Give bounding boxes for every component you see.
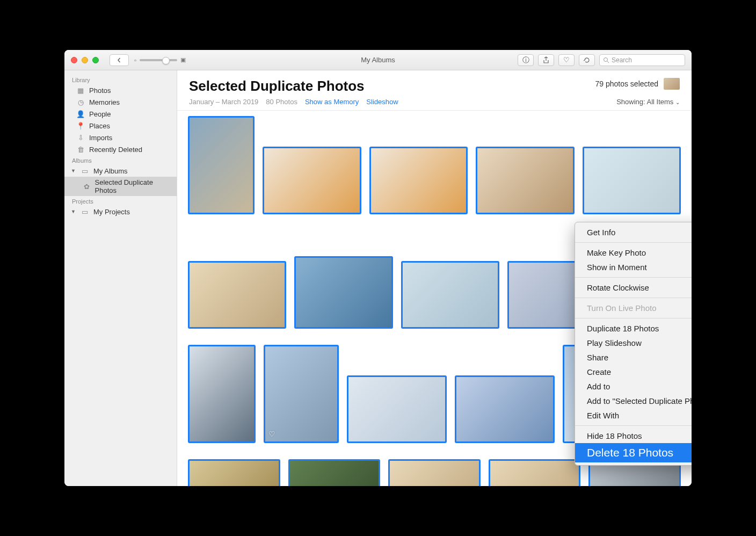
- date-range: January – March 2019: [189, 98, 258, 106]
- photo-thumbnail[interactable]: [388, 459, 481, 486]
- heart-icon: ♡: [268, 430, 275, 438]
- titlebar: ▫ ▣ My Albums ⓘ ♡ Search: [64, 50, 692, 70]
- ctx-make-key-photo[interactable]: Make Key Photo: [575, 245, 692, 260]
- traffic-lights: [71, 57, 99, 63]
- photo-thumbnail[interactable]: [188, 459, 280, 486]
- search-placeholder: Search: [612, 56, 632, 64]
- thumbnail-size-slider[interactable]: ▫ ▣: [134, 56, 186, 63]
- back-button[interactable]: [110, 54, 129, 66]
- page-title: Selected Duplicate Photos: [189, 78, 365, 95]
- ctx-get-info[interactable]: Get Info: [575, 225, 692, 240]
- rotate-button[interactable]: [579, 54, 595, 66]
- trash-icon: 🗑: [76, 145, 85, 154]
- close-button[interactable]: [71, 57, 77, 63]
- search-field[interactable]: Search: [599, 54, 685, 66]
- sidebar-item-selected-duplicate-photos[interactable]: ✿Selected Duplicate Photos: [64, 177, 177, 196]
- ctx-delete[interactable]: Delete 18 Photos: [575, 443, 692, 462]
- showing-filter[interactable]: Showing: All Items ⌄: [616, 98, 680, 106]
- photo-thumbnail[interactable]: [455, 375, 555, 443]
- smart-album-icon: ✿: [83, 182, 91, 191]
- photo-thumbnail[interactable]: [489, 459, 581, 486]
- import-icon: ⇩: [76, 133, 85, 142]
- ctx-show-in-moment[interactable]: Show in Moment: [575, 260, 692, 274]
- favorite-button[interactable]: ♡: [558, 54, 575, 66]
- small-thumb-icon: ▫: [134, 57, 136, 63]
- sidebar-item-recently-deleted[interactable]: 🗑Recently Deleted: [64, 143, 177, 155]
- sidebar-item-imports[interactable]: ⇩Imports: [64, 132, 177, 143]
- photo-thumbnail[interactable]: [288, 459, 381, 486]
- key-photo-thumb[interactable]: [664, 78, 680, 90]
- chevron-down-icon: ⌄: [675, 99, 680, 105]
- search-icon: [603, 57, 609, 63]
- ctx-add-to[interactable]: Add to▶: [575, 379, 692, 394]
- ctx-add-to-album[interactable]: Add to "Selected Duplicate Photos": [575, 394, 692, 408]
- photo-count: 80 Photos: [266, 98, 297, 106]
- photo-thumbnail[interactable]: ♡: [264, 345, 339, 443]
- rotate-icon: [583, 56, 591, 64]
- ctx-duplicate[interactable]: Duplicate 18 Photos: [575, 321, 692, 336]
- sidebar-item-people[interactable]: 👤People: [64, 108, 177, 120]
- ctx-rotate-clockwise[interactable]: Rotate Clockwise: [575, 280, 692, 295]
- clock-icon: ◷: [76, 98, 85, 106]
- sidebar-item-memories[interactable]: ◷Memories: [64, 96, 177, 108]
- photo-thumbnail[interactable]: [263, 147, 361, 214]
- sidebar-item-my-projects[interactable]: ▼▭My Projects: [64, 206, 177, 218]
- context-menu: Get Info Make Key Photo Show in Moment R…: [575, 222, 692, 466]
- person-icon: 👤: [76, 110, 85, 118]
- ctx-separator: [575, 242, 692, 243]
- pin-icon: 📍: [76, 121, 85, 130]
- ctx-separator: [575, 277, 692, 278]
- album-icon: ▭: [81, 166, 89, 175]
- info-icon: ⓘ: [522, 55, 529, 65]
- photo-thumbnail[interactable]: [476, 147, 574, 214]
- info-button[interactable]: ⓘ: [518, 54, 534, 66]
- large-thumb-icon: ▣: [180, 56, 186, 63]
- ctx-share[interactable]: Share▶: [575, 350, 692, 365]
- photos-icon: ▦: [76, 86, 85, 95]
- photo-thumbnail[interactable]: [401, 261, 499, 329]
- sidebar-item-my-albums[interactable]: ▼▭My Albums: [64, 165, 177, 177]
- chevron-left-icon: [117, 57, 122, 63]
- app-window: ▫ ▣ My Albums ⓘ ♡ Search Library ▦Photos: [64, 50, 692, 486]
- ctx-separator: [575, 298, 692, 298]
- selection-count: 79 photos selected: [595, 79, 658, 88]
- photo-thumbnail[interactable]: [188, 261, 286, 329]
- photo-thumbnail[interactable]: [347, 375, 447, 443]
- photo-thumbnail[interactable]: [188, 116, 255, 214]
- ctx-hide[interactable]: Hide 18 Photos: [575, 429, 692, 443]
- content-header: Selected Duplicate Photos 79 photos sele…: [177, 70, 692, 111]
- ctx-separator: [575, 425, 692, 426]
- maximize-button[interactable]: [92, 57, 99, 63]
- ctx-edit-with[interactable]: Edit With▶: [575, 408, 692, 423]
- project-icon: ▭: [81, 207, 89, 216]
- ctx-separator: [575, 318, 692, 318]
- ctx-play-slideshow[interactable]: Play Slideshow: [575, 336, 692, 350]
- heart-icon: ♡: [563, 56, 570, 64]
- photo-thumbnail[interactable]: [294, 256, 392, 329]
- main-content: Selected Duplicate Photos 79 photos sele…: [177, 70, 692, 486]
- minimize-button[interactable]: [82, 57, 88, 63]
- photo-thumbnail[interactable]: [369, 147, 468, 214]
- sidebar: Library ▦Photos ◷Memories 👤People 📍Place…: [64, 70, 177, 486]
- disclosure-icon: ▼: [71, 209, 76, 214]
- share-button[interactable]: [538, 54, 554, 66]
- photo-thumbnail[interactable]: [188, 345, 256, 443]
- slideshow-link[interactable]: Slideshow: [366, 98, 398, 106]
- share-icon: [543, 56, 549, 64]
- sidebar-item-places[interactable]: 📍Places: [64, 120, 177, 132]
- ctx-create[interactable]: Create▶: [575, 365, 692, 379]
- show-as-memory-link[interactable]: Show as Memory: [305, 98, 359, 106]
- sidebar-section-projects: Projects: [64, 196, 177, 206]
- slider-track[interactable]: [140, 59, 177, 61]
- ctx-turn-on-live-photo: Turn On Live Photo: [575, 301, 692, 315]
- disclosure-icon: ▼: [71, 168, 76, 173]
- photo-thumbnail[interactable]: [583, 147, 681, 214]
- sidebar-section-albums: Albums: [64, 155, 177, 165]
- svg-point-0: [604, 57, 608, 61]
- sidebar-item-photos[interactable]: ▦Photos: [64, 84, 177, 96]
- sidebar-section-library: Library: [64, 75, 177, 84]
